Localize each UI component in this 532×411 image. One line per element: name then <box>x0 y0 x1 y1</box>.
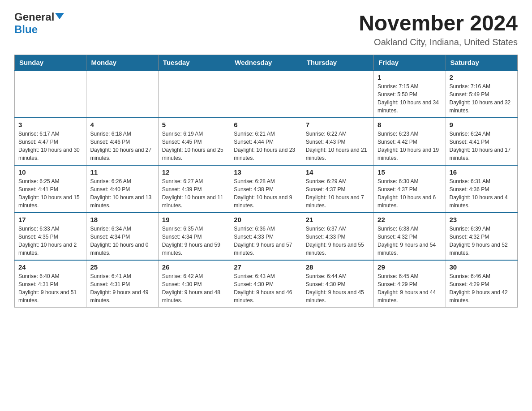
day-number: 8 <box>378 121 442 128</box>
calendar-cell: 16Sunrise: 6:31 AM Sunset: 4:36 PM Dayli… <box>446 165 517 213</box>
calendar-cell: 10Sunrise: 6:25 AM Sunset: 4:41 PM Dayli… <box>15 165 86 213</box>
day-number: 27 <box>234 263 298 271</box>
day-number: 20 <box>234 216 298 223</box>
day-of-week-header: Tuesday <box>158 55 230 71</box>
calendar-cell: 24Sunrise: 6:40 AM Sunset: 4:31 PM Dayli… <box>15 260 86 308</box>
header-row: SundayMondayTuesdayWednesdayThursdayFrid… <box>15 55 518 71</box>
day-info: Sunrise: 6:34 AM Sunset: 4:34 PM Dayligh… <box>90 225 154 257</box>
day-info: Sunrise: 6:41 AM Sunset: 4:31 PM Dayligh… <box>90 272 154 304</box>
day-number: 30 <box>450 263 514 271</box>
day-info: Sunrise: 6:18 AM Sunset: 4:46 PM Dayligh… <box>90 130 154 162</box>
week-row: 3Sunrise: 6:17 AM Sunset: 4:47 PM Daylig… <box>15 118 518 165</box>
day-info: Sunrise: 6:17 AM Sunset: 4:47 PM Dayligh… <box>18 130 82 162</box>
calendar-cell: 23Sunrise: 6:39 AM Sunset: 4:32 PM Dayli… <box>446 213 517 260</box>
logo-blue-text: Blue <box>14 23 38 35</box>
page-header: General Blue November 2024 Oakland City,… <box>14 11 518 47</box>
day-info: Sunrise: 6:39 AM Sunset: 4:32 PM Dayligh… <box>450 225 514 257</box>
day-of-week-header: Friday <box>374 55 446 71</box>
calendar-cell: 13Sunrise: 6:28 AM Sunset: 4:38 PM Dayli… <box>230 165 302 213</box>
calendar-cell: 17Sunrise: 6:33 AM Sunset: 4:35 PM Dayli… <box>15 213 86 260</box>
day-of-week-header: Thursday <box>302 55 373 71</box>
day-of-week-header: Sunday <box>15 55 86 71</box>
day-info: Sunrise: 6:33 AM Sunset: 4:35 PM Dayligh… <box>18 225 82 257</box>
calendar-cell: 5Sunrise: 6:19 AM Sunset: 4:45 PM Daylig… <box>158 118 230 165</box>
calendar-cell: 29Sunrise: 6:45 AM Sunset: 4:29 PM Dayli… <box>374 260 446 308</box>
calendar-cell: 11Sunrise: 6:26 AM Sunset: 4:40 PM Dayli… <box>86 165 158 213</box>
day-info: Sunrise: 6:30 AM Sunset: 4:37 PM Dayligh… <box>378 177 442 210</box>
day-number: 17 <box>18 216 82 223</box>
calendar-cell: 7Sunrise: 6:22 AM Sunset: 4:43 PM Daylig… <box>302 118 373 165</box>
day-number: 25 <box>90 263 154 271</box>
day-number: 12 <box>162 168 226 176</box>
day-info: Sunrise: 6:46 AM Sunset: 4:29 PM Dayligh… <box>450 272 514 304</box>
calendar-cell: 1Sunrise: 7:15 AM Sunset: 5:50 PM Daylig… <box>374 70 446 118</box>
day-info: Sunrise: 6:21 AM Sunset: 4:44 PM Dayligh… <box>234 130 298 162</box>
calendar-cell <box>158 70 230 118</box>
day-number: 2 <box>450 73 514 81</box>
day-info: Sunrise: 6:22 AM Sunset: 4:43 PM Dayligh… <box>306 130 370 162</box>
day-info: Sunrise: 6:35 AM Sunset: 4:34 PM Dayligh… <box>162 225 226 257</box>
day-number: 7 <box>306 121 370 128</box>
day-of-week-header: Saturday <box>446 55 517 71</box>
calendar-title: November 2024 <box>359 11 518 35</box>
week-row: 10Sunrise: 6:25 AM Sunset: 4:41 PM Dayli… <box>15 165 518 213</box>
title-section: November 2024 Oakland City, Indiana, Uni… <box>359 11 518 47</box>
day-info: Sunrise: 6:45 AM Sunset: 4:29 PM Dayligh… <box>378 272 442 304</box>
day-number: 11 <box>90 168 154 176</box>
day-number: 3 <box>18 121 82 128</box>
day-info: Sunrise: 6:24 AM Sunset: 4:41 PM Dayligh… <box>450 130 514 162</box>
calendar-cell: 19Sunrise: 6:35 AM Sunset: 4:34 PM Dayli… <box>158 213 230 260</box>
day-of-week-header: Wednesday <box>230 55 302 71</box>
day-number: 24 <box>18 263 82 271</box>
calendar-cell: 9Sunrise: 6:24 AM Sunset: 4:41 PM Daylig… <box>446 118 517 165</box>
day-number: 5 <box>162 121 226 128</box>
day-info: Sunrise: 6:36 AM Sunset: 4:33 PM Dayligh… <box>234 225 298 257</box>
logo-general-text: General <box>14 11 54 23</box>
day-number: 14 <box>306 168 370 176</box>
calendar-cell: 27Sunrise: 6:43 AM Sunset: 4:30 PM Dayli… <box>230 260 302 308</box>
calendar-subtitle: Oakland City, Indiana, United States <box>359 37 518 47</box>
day-info: Sunrise: 6:28 AM Sunset: 4:38 PM Dayligh… <box>234 177 298 210</box>
day-info: Sunrise: 6:38 AM Sunset: 4:32 PM Dayligh… <box>378 225 442 257</box>
day-number: 9 <box>450 121 514 128</box>
day-number: 28 <box>306 263 370 271</box>
day-number: 1 <box>378 73 442 81</box>
calendar-cell: 6Sunrise: 6:21 AM Sunset: 4:44 PM Daylig… <box>230 118 302 165</box>
day-number: 22 <box>378 216 442 223</box>
calendar-cell: 26Sunrise: 6:42 AM Sunset: 4:30 PM Dayli… <box>158 260 230 308</box>
calendar-cell: 22Sunrise: 6:38 AM Sunset: 4:32 PM Dayli… <box>374 213 446 260</box>
day-number: 15 <box>378 168 442 176</box>
day-info: Sunrise: 6:37 AM Sunset: 4:33 PM Dayligh… <box>306 225 370 257</box>
day-info: Sunrise: 6:31 AM Sunset: 4:36 PM Dayligh… <box>450 177 514 210</box>
week-row: 1Sunrise: 7:15 AM Sunset: 5:50 PM Daylig… <box>15 70 518 118</box>
day-of-week-header: Monday <box>86 55 158 71</box>
day-number: 29 <box>378 263 442 271</box>
logo-triangle-icon <box>55 13 64 19</box>
day-info: Sunrise: 7:15 AM Sunset: 5:50 PM Dayligh… <box>378 82 442 115</box>
day-info: Sunrise: 6:26 AM Sunset: 4:40 PM Dayligh… <box>90 177 154 210</box>
day-info: Sunrise: 6:44 AM Sunset: 4:30 PM Dayligh… <box>306 272 370 304</box>
calendar-cell <box>302 70 373 118</box>
calendar-cell: 21Sunrise: 6:37 AM Sunset: 4:33 PM Dayli… <box>302 213 373 260</box>
calendar-cell: 20Sunrise: 6:36 AM Sunset: 4:33 PM Dayli… <box>230 213 302 260</box>
logo: General Blue <box>14 11 64 36</box>
day-number: 13 <box>234 168 298 176</box>
day-info: Sunrise: 6:43 AM Sunset: 4:30 PM Dayligh… <box>234 272 298 304</box>
day-info: Sunrise: 6:29 AM Sunset: 4:37 PM Dayligh… <box>306 177 370 210</box>
calendar-cell <box>230 70 302 118</box>
calendar-table: SundayMondayTuesdayWednesdayThursdayFrid… <box>14 55 518 308</box>
calendar-cell: 3Sunrise: 6:17 AM Sunset: 4:47 PM Daylig… <box>15 118 86 165</box>
day-info: Sunrise: 6:27 AM Sunset: 4:39 PM Dayligh… <box>162 177 226 210</box>
day-number: 18 <box>90 216 154 223</box>
day-number: 6 <box>234 121 298 128</box>
day-info: Sunrise: 6:25 AM Sunset: 4:41 PM Dayligh… <box>18 177 82 210</box>
calendar-cell: 30Sunrise: 6:46 AM Sunset: 4:29 PM Dayli… <box>446 260 517 308</box>
day-number: 19 <box>162 216 226 223</box>
day-number: 4 <box>90 121 154 128</box>
calendar-cell: 15Sunrise: 6:30 AM Sunset: 4:37 PM Dayli… <box>374 165 446 213</box>
day-info: Sunrise: 6:42 AM Sunset: 4:30 PM Dayligh… <box>162 272 226 304</box>
day-number: 21 <box>306 216 370 223</box>
calendar-cell: 4Sunrise: 6:18 AM Sunset: 4:46 PM Daylig… <box>86 118 158 165</box>
calendar-body: 1Sunrise: 7:15 AM Sunset: 5:50 PM Daylig… <box>15 70 518 308</box>
calendar-cell: 12Sunrise: 6:27 AM Sunset: 4:39 PM Dayli… <box>158 165 230 213</box>
